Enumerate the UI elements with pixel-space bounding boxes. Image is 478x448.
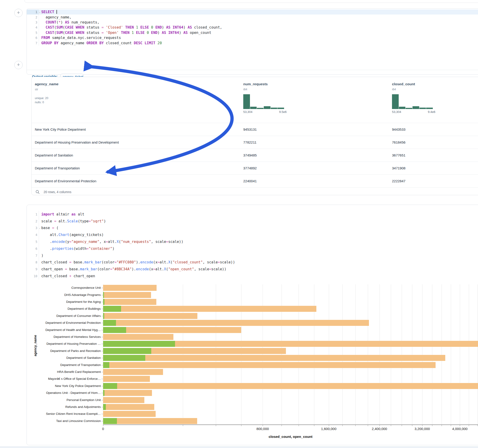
- table-row[interactable]: Department of Sanitation37494853677651: [31, 149, 478, 162]
- closed-bar[interactable]: [103, 362, 436, 368]
- open-bar[interactable]: [103, 313, 104, 319]
- code-line[interactable]: 3 COUNT(*) AS num_requests,: [27, 20, 478, 25]
- closed-bar[interactable]: [103, 383, 478, 389]
- closed-bar[interactable]: [103, 397, 144, 403]
- line-number: 5: [27, 30, 39, 35]
- table-row[interactable]: New York City Police Department945313194…: [31, 123, 478, 136]
- code-line[interactable]: 6 .properties(width="container"): [27, 245, 478, 252]
- histogram-min: 53,304: [392, 110, 401, 114]
- x-axis-tick-label: 2,400,000: [372, 427, 387, 431]
- code-line[interactable]: 1⌄SELECT: [27, 9, 478, 14]
- gridline: [451, 284, 451, 424]
- add-cell-button-top[interactable]: +: [14, 9, 23, 17]
- code-line[interactable]: 4 CAST(SUM(CASE WHEN status = 'Closed' T…: [27, 25, 478, 30]
- closed-bar[interactable]: [103, 390, 152, 396]
- open-bar[interactable]: [103, 404, 106, 410]
- search-icon[interactable]: [35, 190, 40, 194]
- code-line[interactable]: 6FROM sample_data.nyc.service_requests: [27, 35, 478, 40]
- y-axis-category-label: New York City Police Department: [27, 384, 101, 388]
- line-number: 10: [27, 273, 39, 280]
- x-axis-tick: [441, 425, 442, 426]
- code-line[interactable]: 7GROUP BY agency_name ORDER BY closed_co…: [27, 40, 478, 45]
- open-bar[interactable]: [103, 320, 116, 326]
- x-axis-tick: [402, 425, 402, 426]
- code-line[interactable]: 2scale = alt.Scale(type="sqrt"): [27, 218, 478, 225]
- closed-bar[interactable]: [103, 369, 163, 375]
- closed-bar[interactable]: [103, 411, 156, 417]
- chart-x-axis-title: closed_count, open_count: [103, 435, 478, 439]
- python-code-editor[interactable]: 1import altair as alt2scale = alt.Scale(…: [27, 205, 478, 280]
- line-number: 4: [27, 231, 39, 238]
- y-axis-category-label: Senior Citizen Rent Increase Exempti…: [27, 412, 101, 416]
- histogram-bin: [392, 94, 399, 109]
- open-bar[interactable]: [103, 383, 117, 389]
- table-cell: Department of Housing Preservation and D…: [31, 140, 240, 144]
- add-cell-button-output[interactable]: +: [14, 61, 23, 69]
- open-bar[interactable]: [103, 390, 104, 396]
- closed-bar[interactable]: [103, 306, 316, 312]
- open-bar[interactable]: [103, 348, 151, 354]
- code-line[interactable]: 1import altair as alt: [27, 211, 478, 218]
- code-line[interactable]: 4 alt.Chart(agency_tickets): [27, 231, 478, 238]
- closed-bar[interactable]: [103, 404, 154, 410]
- line-number: 7: [27, 40, 39, 45]
- histogram-bin: [406, 108, 413, 109]
- x-axis-tick: [432, 425, 432, 426]
- y-axis-tick: [101, 379, 103, 379]
- closed-bar[interactable]: [103, 418, 197, 424]
- code-line[interactable]: 10chart_closed + chart_open: [27, 273, 478, 280]
- closed-bar[interactable]: [103, 313, 197, 319]
- y-axis-category-label: Operations Unit - Department of Hom…: [27, 391, 101, 395]
- open-bar[interactable]: [103, 306, 121, 312]
- y-axis-category-label: Personal Exemption Unit: [27, 398, 101, 402]
- closed-bar[interactable]: [103, 299, 156, 305]
- x-axis-tick-label: 3,200,000: [415, 427, 430, 431]
- closed-bar[interactable]: [103, 285, 157, 291]
- line-number: 6: [27, 35, 39, 40]
- closed-bar[interactable]: [103, 292, 151, 298]
- code-line[interactable]: 8chart_closed = base.mark_bar(color="#FF…: [27, 259, 478, 266]
- code-line[interactable]: 5 .encode(y="agency_name", x=alt.X("num_…: [27, 238, 478, 245]
- code-line[interactable]: 9chart_open = base.mark_bar(color="#8BC3…: [27, 266, 478, 273]
- code-line[interactable]: 5 CAST(SUM(CASE WHEN status = 'Open' THE…: [27, 30, 478, 35]
- closed-bar[interactable]: [103, 334, 173, 340]
- closed-bar[interactable]: [103, 355, 445, 361]
- sql-cell: 1⌄SELECT 2 agency_name,3 COUNT(*) AS num…: [26, 8, 478, 75]
- open-bar[interactable]: [103, 299, 104, 305]
- column-header-num_requests[interactable]: num_requestsi6453,3049.5e6: [240, 77, 389, 123]
- collapse-chevron-icon[interactable]: ⌄: [39, 227, 40, 229]
- open-bar[interactable]: [103, 327, 126, 333]
- y-axis-category-label: Mayorâ€ s Office of Special Enforce…: [27, 377, 101, 380]
- closed-bar[interactable]: [103, 376, 150, 382]
- column-histogram: [243, 94, 284, 109]
- y-axis-category-label: DHS Advantage Programs: [27, 293, 101, 297]
- table-row[interactable]: Department of Transportation377489234719…: [31, 162, 478, 174]
- table-row[interactable]: Department of Environmental Protection22…: [31, 174, 478, 187]
- collapse-chevron-icon[interactable]: ⌄: [39, 11, 40, 13]
- closed-bar[interactable]: [103, 320, 369, 326]
- code-line[interactable]: 2 agency_name,: [27, 14, 478, 20]
- column-header-closed_count[interactable]: closed_counti6453,3049.4e6: [389, 77, 478, 123]
- table-cell: 9443533: [389, 127, 478, 131]
- open-bar[interactable]: [103, 362, 109, 368]
- open-bar[interactable]: [103, 355, 145, 361]
- y-axis-tick: [101, 288, 103, 288]
- code-text: import altair as alt: [39, 212, 84, 216]
- sql-code-editor[interactable]: 1⌄SELECT 2 agency_name,3 COUNT(*) AS num…: [27, 8, 478, 46]
- y-axis-tick: [101, 295, 103, 295]
- column-type: i64: [243, 87, 389, 91]
- x-axis-tick: [216, 425, 216, 426]
- gridline: [216, 284, 216, 424]
- code-line[interactable]: 7): [27, 252, 478, 259]
- open-bar[interactable]: [103, 292, 104, 298]
- code-line[interactable]: 3⌄base = (: [27, 225, 478, 232]
- open-bar[interactable]: [103, 341, 175, 347]
- x-axis-tick: [469, 425, 469, 426]
- open-bar[interactable]: [103, 418, 117, 424]
- column-header-agency_name[interactable]: agency_namestrunique: 20nulls: 0: [31, 77, 240, 123]
- table-row[interactable]: Department of Housing Preservation and D…: [31, 136, 478, 149]
- code-text: GROUP BY agency_name ORDER BY closed_cou…: [39, 41, 162, 45]
- histogram-bin: [277, 108, 284, 109]
- y-axis-category-label: Refunds and Adjustments: [27, 405, 101, 409]
- gridline: [368, 284, 368, 424]
